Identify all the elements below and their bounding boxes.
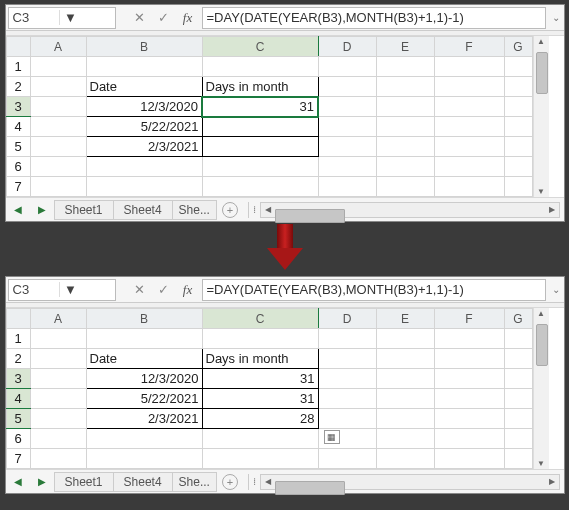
scroll-up-icon[interactable]: ▲ xyxy=(534,37,549,46)
formula-bar: C3 ▼ ✕ ✓ fx =DAY(DATE(YEAR(B3),MONTH(B3)… xyxy=(6,277,564,303)
col-header[interactable]: F xyxy=(434,37,504,57)
sheet-tab[interactable]: Sheet1 xyxy=(54,200,114,220)
vertical-scrollbar[interactable]: ▲ ▼ xyxy=(533,308,549,469)
col-header[interactable]: E xyxy=(376,37,434,57)
cancel-formula-icon[interactable]: ✕ xyxy=(128,7,152,29)
scroll-right-icon[interactable]: ▶ xyxy=(545,477,559,486)
col-header[interactable]: G xyxy=(504,309,532,329)
row-header[interactable]: 6 xyxy=(6,157,30,177)
cell-days[interactable]: 31 xyxy=(202,369,318,389)
sheet-tab[interactable]: Sheet1 xyxy=(54,472,114,492)
col-header[interactable]: C xyxy=(202,309,318,329)
status-bar: ◀ ▶ Sheet1 Sheet4 She... + ⁞ ◀ ▶ xyxy=(6,197,564,221)
vertical-scrollbar[interactable]: ▲ ▼ xyxy=(533,36,549,197)
spreadsheet-grid[interactable]: A B C D E F G 1 2 Date Days in month 3 1… xyxy=(6,308,533,469)
sheet-tab-truncated[interactable]: She... xyxy=(172,472,217,492)
drag-handle-icon[interactable]: ⁞ xyxy=(253,476,256,487)
col-header[interactable]: B xyxy=(86,37,202,57)
horizontal-scrollbar[interactable]: ◀ ▶ xyxy=(260,202,560,218)
status-bar: ◀ ▶ Sheet1 Sheet4 She... + ⁞ ◀ ▶ xyxy=(6,469,564,493)
tab-nav-next-icon[interactable]: ▶ xyxy=(30,204,54,215)
row-header[interactable]: 7 xyxy=(6,449,30,469)
sheet-tab[interactable]: Sheet4 xyxy=(113,472,173,492)
cell-days-selected[interactable]: 31 xyxy=(202,97,318,117)
cell-date[interactable]: 2/3/2021 xyxy=(86,137,202,157)
row-header[interactable]: 5 xyxy=(6,409,30,429)
cell-date[interactable]: 12/3/2020 xyxy=(86,97,202,117)
canvas: C3 ▼ ✕ ✓ fx =DAY(DATE(YEAR(B3),MONTH(B3)… xyxy=(0,0,569,510)
cell-date[interactable]: 2/3/2021 xyxy=(86,409,202,429)
tab-nav-next-icon[interactable]: ▶ xyxy=(30,476,54,487)
excel-panel-after: C3 ▼ ✕ ✓ fx =DAY(DATE(YEAR(B3),MONTH(B3)… xyxy=(5,276,565,494)
select-all-corner[interactable] xyxy=(6,309,30,329)
col-header[interactable]: G xyxy=(504,37,532,57)
name-box-value: C3 xyxy=(13,10,60,25)
name-box[interactable]: C3 ▼ xyxy=(8,279,116,301)
row-header[interactable]: 1 xyxy=(6,57,30,77)
row-header[interactable]: 2 xyxy=(6,77,30,97)
excel-panel-before: C3 ▼ ✕ ✓ fx =DAY(DATE(YEAR(B3),MONTH(B3)… xyxy=(5,4,565,222)
formula-input[interactable]: =DAY(DATE(YEAR(B3),MONTH(B3)+1,1)-1) xyxy=(202,279,546,301)
row-header[interactable]: 6 xyxy=(6,429,30,449)
col-header[interactable]: F xyxy=(434,309,504,329)
cancel-formula-icon[interactable]: ✕ xyxy=(128,279,152,301)
name-box-value: C3 xyxy=(13,282,60,297)
fx-icon[interactable]: fx xyxy=(176,7,200,29)
col-header[interactable]: E xyxy=(376,309,434,329)
row-header[interactable]: 2 xyxy=(6,349,30,369)
cell-days[interactable]: 31 xyxy=(202,389,318,409)
scroll-right-icon[interactable]: ▶ xyxy=(545,205,559,214)
col-header[interactable]: D xyxy=(318,309,376,329)
cell-date[interactable]: 5/22/2021 xyxy=(86,117,202,137)
fx-icon[interactable]: fx xyxy=(176,279,200,301)
row-header[interactable]: 5 xyxy=(6,137,30,157)
col-header[interactable]: D xyxy=(318,37,376,57)
row-header[interactable]: 3 xyxy=(6,97,30,117)
sheet-tab-truncated[interactable]: She... xyxy=(172,200,217,220)
row-header[interactable]: 3 xyxy=(6,369,30,389)
select-all-corner[interactable] xyxy=(6,37,30,57)
row-header[interactable]: 1 xyxy=(6,329,30,349)
formula-text: =DAY(DATE(YEAR(B3),MONTH(B3)+1,1)-1) xyxy=(207,282,464,297)
scroll-down-icon[interactable]: ▼ xyxy=(534,187,549,196)
tab-nav-prev-icon[interactable]: ◀ xyxy=(6,476,30,487)
cell-date[interactable]: 5/22/2021 xyxy=(86,389,202,409)
sheet-tab[interactable]: Sheet4 xyxy=(113,200,173,220)
cell-empty[interactable] xyxy=(202,137,318,157)
row-header[interactable]: 7 xyxy=(6,177,30,197)
tab-nav-prev-icon[interactable]: ◀ xyxy=(6,204,30,215)
expand-formula-icon[interactable]: ⌄ xyxy=(548,284,564,295)
cell-date[interactable]: 12/3/2020 xyxy=(86,369,202,389)
add-sheet-icon[interactable]: + xyxy=(222,202,238,218)
cell-header-date[interactable]: Date xyxy=(86,349,202,369)
add-sheet-icon[interactable]: + xyxy=(222,474,238,490)
row-header[interactable]: 4 xyxy=(6,389,30,409)
cell-empty[interactable] xyxy=(202,117,318,137)
chevron-down-icon[interactable]: ▼ xyxy=(59,10,111,25)
drag-handle-icon[interactable]: ⁞ xyxy=(253,204,256,215)
cell-header-days[interactable]: Days in month xyxy=(202,349,318,369)
cell-header-date[interactable]: Date xyxy=(86,77,202,97)
accept-formula-icon[interactable]: ✓ xyxy=(152,7,176,29)
cell-header-days[interactable]: Days in month xyxy=(202,77,318,97)
scroll-up-icon[interactable]: ▲ xyxy=(534,309,549,318)
cell-days[interactable]: 28 xyxy=(202,409,318,429)
scroll-left-icon[interactable]: ◀ xyxy=(261,477,275,486)
autofill-options-icon[interactable]: ▦ xyxy=(324,430,340,444)
col-header[interactable]: C xyxy=(202,37,318,57)
spreadsheet-grid[interactable]: A B C D E F G 1 2 Date Days in month 3 1… xyxy=(6,36,533,197)
horizontal-scrollbar[interactable]: ◀ ▶ xyxy=(260,474,560,490)
col-header[interactable]: B xyxy=(86,309,202,329)
accept-formula-icon[interactable]: ✓ xyxy=(152,279,176,301)
col-header[interactable]: A xyxy=(30,309,86,329)
chevron-down-icon[interactable]: ▼ xyxy=(59,282,111,297)
scroll-left-icon[interactable]: ◀ xyxy=(261,205,275,214)
scroll-down-icon[interactable]: ▼ xyxy=(534,459,549,468)
formula-bar: C3 ▼ ✕ ✓ fx =DAY(DATE(YEAR(B3),MONTH(B3)… xyxy=(6,5,564,31)
name-box[interactable]: C3 ▼ xyxy=(8,7,116,29)
formula-text: =DAY(DATE(YEAR(B3),MONTH(B3)+1,1)-1) xyxy=(207,10,464,25)
row-header[interactable]: 4 xyxy=(6,117,30,137)
expand-formula-icon[interactable]: ⌄ xyxy=(548,12,564,23)
formula-input[interactable]: =DAY(DATE(YEAR(B3),MONTH(B3)+1,1)-1) xyxy=(202,7,546,29)
col-header[interactable]: A xyxy=(30,37,86,57)
